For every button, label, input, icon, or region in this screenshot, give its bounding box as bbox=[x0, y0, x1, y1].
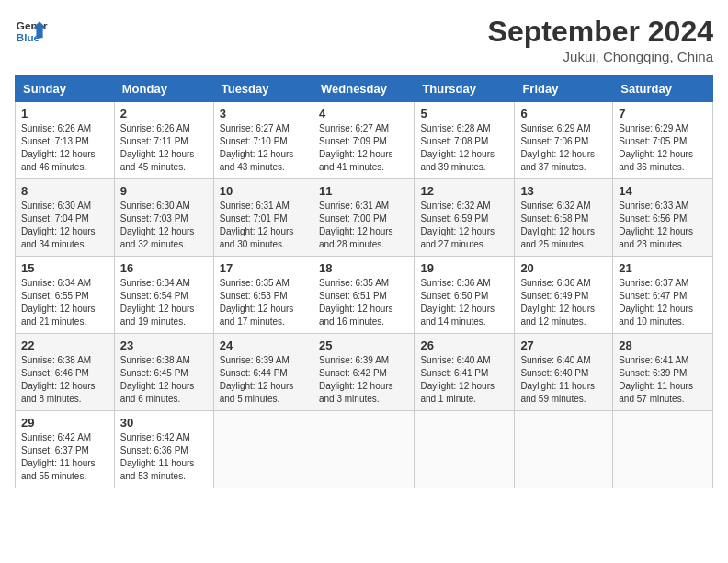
day-cell-15: 15 Sunrise: 6:34 AMSunset: 6:55 PMDaylig… bbox=[16, 257, 115, 334]
day-cell-7: 7 Sunrise: 6:29 AMSunset: 7:05 PMDayligh… bbox=[613, 102, 713, 179]
day-cell-23: 23 Sunrise: 6:38 AMSunset: 6:45 PMDaylig… bbox=[114, 334, 213, 411]
weekday-header-row: Sunday Monday Tuesday Wednesday Thursday… bbox=[16, 76, 713, 102]
day-cell-4: 4 Sunrise: 6:27 AMSunset: 7:09 PMDayligh… bbox=[313, 102, 414, 179]
day-cell-2: 2 Sunrise: 6:26 AMSunset: 7:11 PMDayligh… bbox=[114, 102, 213, 179]
logo-icon: General Blue bbox=[15, 15, 48, 48]
empty-cell-3 bbox=[415, 411, 515, 488]
day-cell-11: 11 Sunrise: 6:31 AMSunset: 7:00 PMDaylig… bbox=[313, 179, 414, 257]
week-row-1: 1 Sunrise: 6:26 AMSunset: 7:13 PMDayligh… bbox=[16, 102, 713, 179]
day-cell-8: 8 Sunrise: 6:30 AMSunset: 7:04 PMDayligh… bbox=[16, 179, 115, 257]
day-cell-14: 14 Sunrise: 6:33 AMSunset: 6:56 PMDaylig… bbox=[613, 179, 713, 257]
day-cell-20: 20 Sunrise: 6:36 AMSunset: 6:49 PMDaylig… bbox=[515, 257, 613, 334]
day-cell-27: 27 Sunrise: 6:40 AMSunset: 6:40 PMDaylig… bbox=[515, 334, 613, 411]
week-row-2: 8 Sunrise: 6:30 AMSunset: 7:04 PMDayligh… bbox=[16, 179, 713, 257]
header-thursday: Thursday bbox=[415, 76, 515, 102]
header-monday: Monday bbox=[114, 76, 213, 102]
week-row-4: 22 Sunrise: 6:38 AMSunset: 6:46 PMDaylig… bbox=[16, 334, 713, 411]
title-area: September 2024 Jukui, Chongqing, China bbox=[488, 15, 713, 64]
header-tuesday: Tuesday bbox=[213, 76, 313, 102]
header-sunday: Sunday bbox=[16, 76, 115, 102]
header-friday: Friday bbox=[515, 76, 613, 102]
day-cell-3: 3 Sunrise: 6:27 AMSunset: 7:10 PMDayligh… bbox=[213, 102, 313, 179]
empty-cell-1 bbox=[213, 411, 313, 488]
header-wednesday: Wednesday bbox=[313, 76, 414, 102]
logo: General Blue bbox=[15, 15, 48, 48]
week-row-5: 29 Sunrise: 6:42 AMSunset: 6:37 PMDaylig… bbox=[16, 411, 713, 488]
day-cell-13: 13 Sunrise: 6:32 AMSunset: 6:58 PMDaylig… bbox=[515, 179, 613, 257]
empty-cell-4 bbox=[515, 411, 613, 488]
day-cell-6: 6 Sunrise: 6:29 AMSunset: 7:06 PMDayligh… bbox=[515, 102, 613, 179]
day-cell-29: 29 Sunrise: 6:42 AMSunset: 6:37 PMDaylig… bbox=[16, 411, 115, 488]
day-cell-17: 17 Sunrise: 6:35 AMSunset: 6:53 PMDaylig… bbox=[213, 257, 313, 334]
day-cell-21: 21 Sunrise: 6:37 AMSunset: 6:47 PMDaylig… bbox=[613, 257, 713, 334]
day-cell-22: 22 Sunrise: 6:38 AMSunset: 6:46 PMDaylig… bbox=[16, 334, 115, 411]
month-year: September 2024 bbox=[488, 15, 713, 49]
empty-cell-5 bbox=[613, 411, 713, 488]
day-cell-26: 26 Sunrise: 6:40 AMSunset: 6:41 PMDaylig… bbox=[415, 334, 515, 411]
day-cell-9: 9 Sunrise: 6:30 AMSunset: 7:03 PMDayligh… bbox=[114, 179, 213, 257]
day-cell-5: 5 Sunrise: 6:28 AMSunset: 7:08 PMDayligh… bbox=[415, 102, 515, 179]
day-cell-28: 28 Sunrise: 6:41 AMSunset: 6:39 PMDaylig… bbox=[613, 334, 713, 411]
location: Jukui, Chongqing, China bbox=[488, 49, 713, 64]
header-saturday: Saturday bbox=[613, 76, 713, 102]
day-cell-16: 16 Sunrise: 6:34 AMSunset: 6:54 PMDaylig… bbox=[114, 257, 213, 334]
day-cell-12: 12 Sunrise: 6:32 AMSunset: 6:59 PMDaylig… bbox=[415, 179, 515, 257]
day-cell-30: 30 Sunrise: 6:42 AMSunset: 6:36 PMDaylig… bbox=[114, 411, 213, 488]
calendar-table: Sunday Monday Tuesday Wednesday Thursday… bbox=[15, 75, 713, 488]
page-header: General Blue September 2024 Jukui, Chong… bbox=[15, 15, 713, 64]
day-cell-18: 18 Sunrise: 6:35 AMSunset: 6:51 PMDaylig… bbox=[313, 257, 414, 334]
day-cell-10: 10 Sunrise: 6:31 AMSunset: 7:01 PMDaylig… bbox=[213, 179, 313, 257]
day-cell-1: 1 Sunrise: 6:26 AMSunset: 7:13 PMDayligh… bbox=[16, 102, 115, 179]
day-cell-19: 19 Sunrise: 6:36 AMSunset: 6:50 PMDaylig… bbox=[415, 257, 515, 334]
empty-cell-2 bbox=[313, 411, 414, 488]
day-cell-25: 25 Sunrise: 6:39 AMSunset: 6:42 PMDaylig… bbox=[313, 334, 414, 411]
day-cell-24: 24 Sunrise: 6:39 AMSunset: 6:44 PMDaylig… bbox=[213, 334, 313, 411]
week-row-3: 15 Sunrise: 6:34 AMSunset: 6:55 PMDaylig… bbox=[16, 257, 713, 334]
